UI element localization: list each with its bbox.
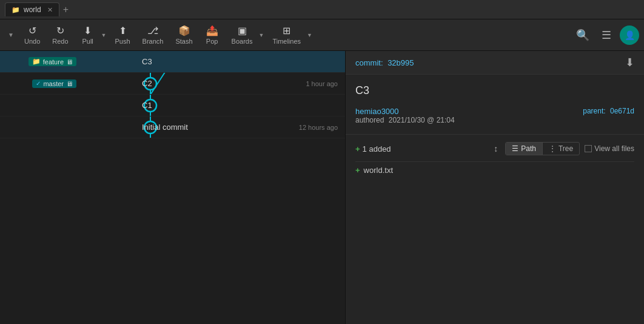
file-list: + world.txt [355,161,634,178]
commit-hash-value: 32b995 [387,58,414,67]
added-count-label: 1 added [363,144,391,154]
commit-message: C2 [142,79,152,88]
master-label: master [43,80,64,87]
nav-dropdown-button[interactable]: ▼ [5,29,17,41]
commit-info-c2: C2 1 hour ago [139,79,345,88]
timelines-button[interactable]: ⊞ Timelines [267,22,306,47]
commit-info-c3: C3 [139,57,345,66]
menu-button[interactable]: ☰ [598,26,615,44]
commit-title: C3 [355,84,634,97]
commit-row[interactable]: C1 [0,95,345,116]
stash-icon: 📦 [178,25,190,36]
branch-group: ⎇ Branch [138,22,169,47]
parent-label: parent: [583,107,605,115]
master-branch-label[interactable]: ✓ master 🖥 [32,79,76,88]
branch-folder-icon: 📁 [32,58,41,66]
view-all-text: View all files [594,144,634,153]
file-added-icon: + [355,166,360,175]
files-section: + 1 added ↕ ☰ Path ⋮ Tree [346,135,644,186]
tab-folder-icon: 📁 [12,6,20,14]
branch-label-area [0,116,79,138]
path-view-button[interactable]: ☰ Path [506,143,542,155]
boards-button[interactable]: ▣ Boards [227,22,258,47]
pull-group: ⬇ Pull ▼ [76,22,108,47]
stash-group: 📦 Stash [170,22,197,47]
authored-date-value: 2021/10/30 @ 21:04 [389,116,455,124]
tab-close-button[interactable]: ✕ [47,6,53,14]
commit-message: C1 [142,101,152,110]
pop-button[interactable]: 📤 Pop [200,22,224,47]
graph-node-c2 [79,73,139,94]
boards-group: ▣ Boards ▼ [227,22,266,47]
commit-row[interactable]: 📁 feature 🖥 C3 [0,51,345,73]
graph-node-initial [79,116,139,138]
avatar[interactable]: 👤 [620,25,639,45]
stash-button[interactable]: 📦 Stash [170,22,197,47]
view-all-label[interactable]: View all files [585,144,634,153]
branch-monitor-icon: 🖥 [66,58,73,66]
search-icon: 🔍 [576,29,589,41]
search-button[interactable]: 🔍 [572,26,593,44]
timelines-icon: ⊞ [283,25,290,36]
added-plus-icon: + [355,144,360,154]
files-controls: ↕ ☰ Path ⋮ Tree View all files [491,142,634,155]
commit-hash-label: commit: 32b995 [355,58,414,67]
tree-view-label: Tree [558,144,573,153]
files-header: + 1 added ↕ ☰ Path ⋮ Tree [355,142,634,155]
main-content: 📁 feature 🖥 C3 ✓ mas [0,51,644,324]
tab-label: world [24,5,41,14]
commit-header: commit: 32b995 ⬇ [346,51,644,75]
tree-view-icon: ⋮ [549,144,556,153]
branch-icon: ⎇ [147,25,158,36]
world-tab[interactable]: 📁 world ✕ [5,2,59,16]
commit-meta: hemiao3000 authored 2021/10/30 @ 21:04 p… [355,107,634,124]
commit-parent: parent: 0e671d [583,107,634,115]
tree-view-button[interactable]: ⋮ Tree [542,143,579,155]
hamburger-icon: ☰ [602,29,611,41]
new-tab-button[interactable]: + [59,4,72,15]
authored-label: authored [355,116,384,124]
commit-info-initial: Initial commit 12 hours ago [139,123,345,132]
redo-button[interactable]: ↻ Redo [47,22,73,47]
feature-branch-label[interactable]: 📁 feature 🖥 [29,57,76,66]
push-button[interactable]: ⬆ Push [110,22,135,47]
graph-area: 📁 feature 🖥 C3 ✓ mas [0,51,345,138]
commit-info-c1: C1 [139,101,345,110]
view-all-checkbox[interactable] [585,145,592,152]
branch-label-area: ✓ master 🖥 [0,73,79,94]
boards-dropdown-arrow[interactable]: ▼ [257,31,265,39]
timelines-group: ⊞ Timelines ▼ [267,22,314,47]
commit-author: hemiao3000 authored 2021/10/30 @ 21:04 [355,107,455,124]
commit-time: 12 hours ago [299,124,338,131]
check-icon: ✓ [36,80,41,87]
feature-label: feature [43,58,64,66]
timelines-dropdown-arrow[interactable]: ▼ [306,31,314,39]
sort-button[interactable]: ↕ [491,143,500,155]
file-item[interactable]: + world.txt [355,161,634,178]
commit-row[interactable]: Initial commit 12 hours ago [0,116,345,138]
commit-message: C3 [142,57,152,66]
pull-button[interactable]: ⬇ Pull [76,22,100,47]
pull-icon: ⬇ [84,25,92,36]
branch-button[interactable]: ⎇ Branch [138,22,169,47]
branch-label-area [0,95,79,116]
redo-group: ↻ Redo [47,22,73,47]
commit-row[interactable]: ✓ master 🖥 C2 1 hour ago [0,73,345,95]
path-view-label: Path [521,144,536,153]
author-name: hemiao3000 [355,107,455,116]
boards-icon: ▣ [238,25,247,36]
view-toggle: ☰ Path ⋮ Tree [505,142,580,155]
title-bar: 📁 world ✕ + [0,0,644,19]
undo-button[interactable]: ↺ Undo [19,22,45,47]
toolbar-right: 🔍 ☰ 👤 [572,25,639,45]
download-button[interactable]: ⬇ [625,56,634,69]
branch-label-area: 📁 feature 🖥 [0,51,79,72]
commit-detail-panel: commit: 32b995 ⬇ C3 hemiao3000 authored … [346,51,644,324]
undo-icon: ↺ [29,25,36,36]
pop-group: 📤 Pop [200,22,224,47]
master-monitor-icon: 🖥 [66,80,73,87]
pop-icon: 📤 [206,25,218,36]
commit-time: 1 hour ago [306,80,338,87]
commit-message: Initial commit [142,123,188,132]
pull-dropdown-arrow[interactable]: ▼ [100,31,108,39]
